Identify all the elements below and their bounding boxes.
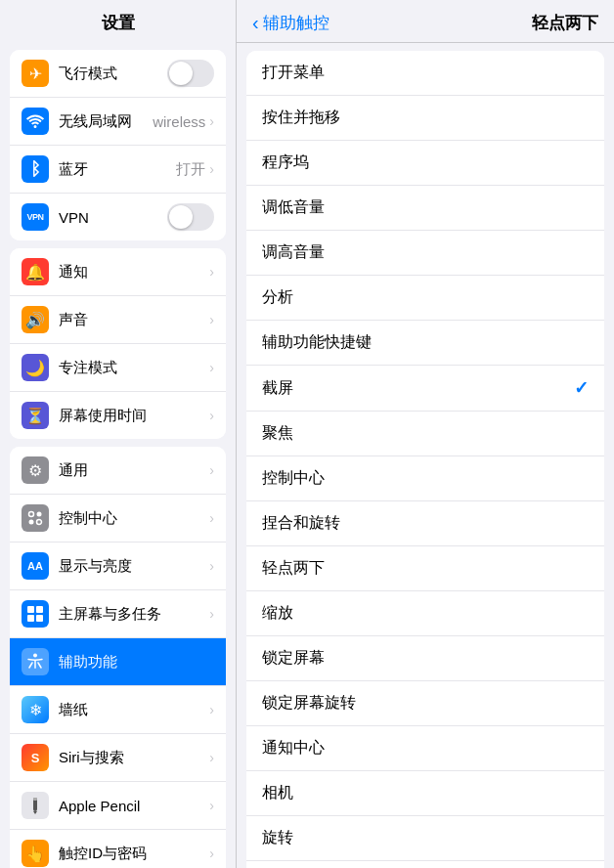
chevron-icon: › [209, 750, 214, 765]
notification-icon: 🔔 [22, 258, 49, 285]
accessibility-icon [22, 648, 49, 675]
sidebar-item-label: 蓝牙 [59, 160, 176, 179]
right-list-item-label: 旋转 [262, 828, 293, 848]
svg-marker-10 [33, 811, 37, 814]
right-list-item[interactable]: 轻点两下 [246, 546, 604, 591]
right-list-item-label: 聚焦 [262, 423, 293, 444]
sidebar-item-label: 飞行模式 [59, 65, 167, 83]
sidebar-item-controlcenter[interactable]: 控制中心 › [10, 495, 226, 542]
right-list-item[interactable]: 截屏✓ [246, 366, 604, 412]
sidebar-item-label: Siri与搜索 [59, 749, 209, 767]
right-list-item[interactable]: 控制中心 [246, 456, 604, 501]
sidebar-item-homescreen[interactable]: 主屏幕与多任务 › [10, 590, 226, 638]
sidebar-item-screentime[interactable]: ⏳ 屏幕使用时间 › [10, 392, 226, 439]
back-label: 辅助触控 [263, 12, 329, 34]
right-list-item[interactable]: 聚焦 [246, 412, 604, 456]
wallpaper-icon: ❄ [22, 696, 49, 723]
vpn-icon: VPN [22, 203, 49, 231]
right-list-item-label: 辅助功能快捷键 [262, 332, 372, 353]
right-list-item-label: 锁定屏幕 [262, 648, 325, 669]
sidebar-section-top: ✈ 飞行模式 无线局域网 wireless › [10, 50, 226, 240]
right-list-item[interactable]: 调高音量 [246, 231, 604, 276]
sidebar-item-focus[interactable]: 🌙 专注模式 › [10, 344, 226, 392]
back-chevron-icon: ‹ [252, 12, 259, 34]
right-list-item[interactable]: 打开菜单 [246, 51, 604, 96]
sidebar-item-vpn[interactable]: VPN VPN [10, 194, 226, 240]
chevron-icon: › [209, 462, 214, 478]
chevron-icon: › [209, 798, 214, 813]
sidebar-item-notification[interactable]: 🔔 通知 › [10, 248, 226, 296]
sidebar-item-general[interactable]: ⚙ 通用 › [10, 447, 226, 495]
sidebar-title: 设置 [0, 0, 236, 42]
sidebar-item-label: 屏幕使用时间 [59, 407, 209, 425]
sidebar-item-wallpaper[interactable]: ❄ 墙纸 › [10, 686, 226, 734]
right-list-item[interactable]: 相机 [246, 771, 604, 816]
right-list-item[interactable]: 程序坞 [246, 141, 604, 186]
bluetooth-icon: ᛒ [22, 155, 49, 183]
svg-rect-11 [33, 798, 37, 801]
right-panel-header: ‹ 辅助触控 轻点两下 [237, 0, 614, 43]
pencil-icon [22, 792, 49, 819]
svg-point-1 [37, 512, 42, 517]
back-button[interactable]: ‹ 辅助触控 [252, 12, 329, 34]
svg-rect-5 [36, 606, 43, 613]
screentime-icon: ⏳ [22, 402, 49, 429]
sidebar-section-notifications: 🔔 通知 › 🔊 声音 › 🌙 专注模式 › ⏳ 屏幕使用时间 › [10, 248, 226, 439]
right-list-item[interactable]: 分析 [246, 276, 604, 321]
sound-icon: 🔊 [22, 306, 49, 333]
vpn-toggle[interactable] [167, 203, 214, 231]
sidebar-item-airplane[interactable]: ✈ 飞行模式 [10, 50, 226, 98]
right-panel: ‹ 辅助触控 轻点两下 打开菜单按住并拖移程序坞调低音量调高音量分析辅助功能快捷… [237, 0, 614, 868]
right-list-item[interactable]: 辅助功能快捷键 [246, 321, 604, 366]
sidebar-item-label: VPN [59, 209, 167, 226]
sidebar-item-accessibility[interactable]: 辅助功能 [10, 638, 226, 686]
sidebar-item-pencil[interactable]: Apple Pencil › [10, 782, 226, 830]
sidebar-item-label: 控制中心 [59, 509, 209, 528]
chevron-icon: › [209, 264, 214, 280]
right-list-item-label: 程序坞 [262, 152, 309, 173]
sidebar-item-touchid[interactable]: 👆 触控ID与密码 › [10, 830, 226, 868]
right-list-item[interactable]: 缩放 [246, 591, 604, 636]
right-list-item-label: 捏合和旋转 [262, 513, 340, 534]
right-list-item-label: 截屏 [262, 378, 293, 399]
sidebar-item-sound[interactable]: 🔊 声音 › [10, 296, 226, 344]
sidebar-item-wifi[interactable]: 无线局域网 wireless › [10, 98, 226, 146]
sidebar: 设置 ✈ 飞行模式 无线局域网 wire [0, 0, 237, 868]
chevron-icon: › [209, 161, 214, 177]
siri-icon: S [22, 744, 49, 771]
svg-rect-4 [27, 606, 34, 613]
right-list-item-label: 锁定屏幕旋转 [262, 693, 356, 714]
sidebar-item-label: Apple Pencil [59, 798, 209, 814]
sidebar-item-label: 专注模式 [59, 359, 209, 377]
sidebar-item-bluetooth[interactable]: ᛒ 蓝牙 打开 › [10, 146, 226, 194]
right-list-item[interactable]: 按住并拖移 [246, 96, 604, 141]
right-list-item[interactable]: 捏合和旋转 [246, 501, 604, 546]
sidebar-item-siri[interactable]: S Siri与搜索 › [10, 734, 226, 782]
airplane-toggle[interactable] [167, 60, 214, 87]
right-list-item-label: 通知中心 [262, 738, 325, 759]
sidebar-item-label: 通用 [59, 461, 209, 480]
right-panel-list: 打开菜单按住并拖移程序坞调低音量调高音量分析辅助功能快捷键截屏✓聚焦控制中心捏合… [246, 51, 604, 868]
wifi-icon [22, 108, 49, 135]
chevron-icon: › [209, 846, 214, 861]
svg-rect-6 [27, 615, 34, 622]
sidebar-item-display[interactable]: AA 显示与亮度 › [10, 542, 226, 590]
sidebar-item-label: 声音 [59, 311, 209, 329]
right-list-item[interactable]: 调低音量 [246, 186, 604, 231]
right-list-item-label: 调低音量 [262, 197, 325, 218]
right-list-item[interactable]: 旋转 [246, 816, 604, 861]
right-list-item[interactable]: 通知中心 [246, 726, 604, 771]
svg-point-2 [29, 520, 34, 525]
chevron-icon: › [209, 606, 214, 622]
right-list-item[interactable]: 摇动 [246, 861, 604, 868]
svg-point-0 [29, 512, 34, 517]
right-list-item-label: 打开菜单 [262, 63, 325, 83]
right-list-item[interactable]: 锁定屏幕 [246, 636, 604, 681]
sidebar-section-general: ⚙ 通用 › 控制中心 › [10, 447, 226, 868]
chevron-icon: › [209, 558, 214, 574]
focus-icon: 🌙 [22, 354, 49, 381]
right-list-item[interactable]: 锁定屏幕旋转 [246, 681, 604, 726]
right-list-item-label: 相机 [262, 783, 293, 803]
airplane-icon: ✈ [22, 60, 49, 87]
bluetooth-value: 打开 [176, 160, 205, 179]
